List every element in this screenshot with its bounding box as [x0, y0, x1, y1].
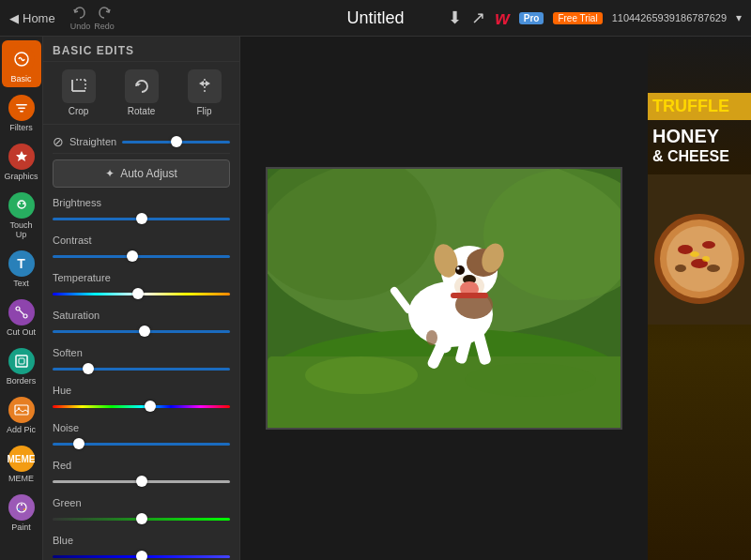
- free-trial-badge[interactable]: Free Trial: [553, 12, 602, 24]
- svg-rect-2: [18, 108, 25, 110]
- svg-point-5: [18, 201, 25, 208]
- sidebar-item-addpic[interactable]: Add Pic: [2, 391, 41, 438]
- saturation-slider[interactable]: [53, 325, 230, 338]
- contrast-thumb[interactable]: [127, 250, 138, 262]
- sidebar-item-meme[interactable]: MEME MEME: [2, 440, 41, 487]
- basic-label: Basic: [10, 74, 31, 83]
- saturation-thumb[interactable]: [139, 325, 150, 337]
- noise-label: Noise: [53, 422, 230, 433]
- straighten-thumb[interactable]: [171, 136, 182, 147]
- sidebar-item-text[interactable]: T Text: [2, 245, 41, 292]
- soften-slider[interactable]: [53, 362, 230, 375]
- green-thumb[interactable]: [136, 513, 147, 524]
- hue-thumb[interactable]: [145, 401, 156, 412]
- sidebar-item-basic[interactable]: Basic: [2, 40, 41, 87]
- sidebar-item-paint[interactable]: Paint: [2, 489, 41, 536]
- text-icon: T: [8, 250, 35, 277]
- download-icon[interactable]: ⬇: [448, 8, 462, 28]
- straighten-track: [122, 141, 230, 144]
- straighten-control: ⊘ Straighten: [53, 130, 230, 154]
- filters-label: Filters: [9, 123, 33, 132]
- ad-line2: HONEY: [648, 125, 751, 147]
- svg-rect-12: [19, 358, 24, 364]
- main-content: Basic Filters Graphics: [0, 37, 751, 560]
- filters-icon: [8, 95, 35, 121]
- green-slider[interactable]: [53, 512, 230, 525]
- svg-point-44: [457, 267, 460, 270]
- walgreens-logo: w: [495, 8, 510, 29]
- svg-point-57: [678, 245, 693, 254]
- blue-control: Blue: [53, 535, 230, 560]
- topbar-actions: ⬇ ↗ w Pro Free Trial 1104426593918678762…: [448, 8, 742, 29]
- noise-slider[interactable]: [53, 437, 230, 450]
- sidebar-item-graphics[interactable]: Graphics: [2, 138, 41, 185]
- tools-header: BASIC EDITS: [43, 37, 239, 62]
- brightness-thumb[interactable]: [136, 213, 147, 224]
- blue-slider[interactable]: [53, 550, 230, 560]
- rotate-label: Rotate: [128, 106, 155, 116]
- hue-slider[interactable]: [53, 400, 230, 413]
- noise-thumb[interactable]: [73, 438, 84, 449]
- svg-point-43: [455, 265, 465, 275]
- svg-point-17: [23, 508, 25, 510]
- temperature-slider[interactable]: [53, 287, 230, 300]
- svg-point-34: [465, 363, 596, 397]
- undo-redo-group: Undo Redo: [70, 6, 115, 31]
- blue-label: Blue: [53, 535, 230, 546]
- saturation-control: Saturation: [53, 310, 230, 338]
- noise-control: Noise: [53, 422, 230, 450]
- home-button[interactable]: ◀ Home: [9, 11, 55, 25]
- brightness-label: Brightness: [53, 197, 230, 208]
- crop-tool[interactable]: Crop: [62, 69, 96, 116]
- tools-panel: BASIC EDITS Crop: [43, 37, 240, 560]
- svg-rect-1: [16, 104, 27, 106]
- straighten-icon: ⊘: [53, 134, 64, 149]
- sidebar-item-filters[interactable]: Filters: [2, 89, 41, 136]
- user-menu-chevron[interactable]: ▾: [736, 11, 742, 24]
- topbar: ◀ Home Undo Redo Untitled ⬇ ↗ w Pro Free…: [0, 0, 751, 37]
- brightness-slider[interactable]: [53, 212, 230, 225]
- red-control: Red: [53, 460, 230, 488]
- svg-marker-4: [16, 151, 27, 161]
- dog-image-svg: [268, 169, 622, 430]
- cutout-icon: [8, 299, 35, 325]
- svg-line-10: [19, 310, 23, 315]
- sidebar-item-borders[interactable]: Borders: [2, 342, 41, 389]
- graphics-label: Graphics: [4, 172, 38, 181]
- flip-tool[interactable]: Flip: [188, 69, 222, 116]
- hue-label: Hue: [53, 385, 230, 396]
- rotate-icon: [125, 69, 159, 103]
- auto-adjust-button[interactable]: ✦ Auto Adjust: [53, 159, 230, 188]
- svg-point-63: [702, 256, 710, 262]
- soften-thumb[interactable]: [83, 363, 94, 374]
- svg-point-18: [18, 508, 20, 510]
- svg-rect-11: [16, 356, 27, 367]
- undo-button[interactable]: Undo: [70, 6, 91, 31]
- share-icon[interactable]: ↗: [471, 8, 485, 28]
- svg-point-9: [23, 314, 27, 318]
- sidebar-item-cutout[interactable]: Cut Out: [2, 294, 41, 341]
- red-label: Red: [53, 460, 230, 471]
- addpic-label: Add Pic: [7, 425, 36, 434]
- svg-point-6: [19, 203, 21, 204]
- user-id: 11044265939186787629: [612, 12, 727, 23]
- contrast-label: Contrast: [53, 235, 230, 246]
- soften-control: Soften: [53, 347, 230, 375]
- green-control: Green: [53, 497, 230, 525]
- sidebar-item-touchup[interactable]: Touch Up: [2, 187, 41, 243]
- home-arrow-icon: ◀: [9, 11, 19, 25]
- temperature-thumb[interactable]: [132, 288, 144, 299]
- touchup-label: Touch Up: [4, 220, 39, 239]
- blue-thumb[interactable]: [136, 551, 147, 560]
- svg-point-52: [426, 330, 437, 345]
- sliders-area: ⊘ Straighten ✦ Auto Adjust Brightness: [43, 125, 239, 560]
- canvas-image[interactable]: [266, 167, 622, 430]
- red-slider[interactable]: [53, 475, 230, 488]
- borders-icon: [8, 348, 35, 374]
- contrast-slider[interactable]: [53, 250, 230, 263]
- redo-button[interactable]: Redo: [94, 6, 115, 31]
- rotate-tool[interactable]: Rotate: [125, 69, 159, 116]
- temperature-label: Temperature: [53, 272, 230, 283]
- red-thumb[interactable]: [136, 476, 147, 487]
- svg-marker-25: [199, 81, 204, 86]
